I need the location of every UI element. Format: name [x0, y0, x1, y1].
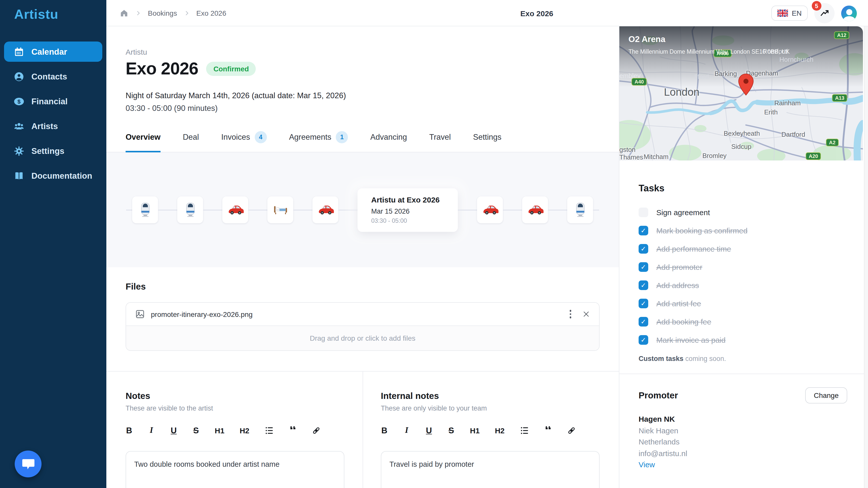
file-name: promoter-itinerary-exo-2026.png [151, 310, 566, 318]
status-badge: Confirmed [206, 62, 256, 76]
agreements-count-badge: 1 [336, 131, 348, 143]
car-icon[interactable] [522, 196, 548, 223]
files-card: promoter-itinerary-exo-2026.png Drag and… [126, 302, 599, 351]
link-icon[interactable] [567, 425, 577, 435]
internal-notes-input[interactable]: Travel is paid by promoter [381, 451, 599, 488]
ordered-list-icon[interactable] [520, 425, 529, 435]
bold-button[interactable]: B [381, 425, 388, 435]
task-row: Mark invoice as paid [639, 334, 845, 345]
car-icon[interactable] [222, 196, 248, 223]
file-menu-icon[interactable] [566, 307, 574, 321]
sidebar-item-financial[interactable]: $ Financial [4, 91, 102, 111]
task-checkbox[interactable] [639, 280, 648, 290]
tab-overview[interactable]: Overview [126, 131, 160, 152]
task-list: Sign agreement Mark booking as confirmed… [639, 206, 845, 345]
italic-button[interactable]: I [148, 425, 155, 435]
sidebar-item-documentation[interactable]: Documentation [4, 166, 102, 186]
link-icon[interactable] [312, 425, 321, 435]
view-promoter-link[interactable]: View [639, 459, 847, 470]
file-row[interactable]: promoter-itinerary-exo-2026.png [126, 303, 599, 326]
bed-icon[interactable] [268, 196, 293, 223]
gear-icon [14, 145, 24, 156]
notes-input[interactable]: Two double rooms booked under artist nam… [126, 451, 344, 488]
task-row: Mark booking as confirmed [639, 225, 845, 236]
bold-button[interactable]: B [126, 425, 133, 435]
right-panel: London embley Ilford Romford Hornchurch … [619, 26, 864, 488]
tab-advancing[interactable]: Advancing [370, 131, 407, 152]
car-icon[interactable] [477, 196, 503, 223]
map-label: Mitcham [644, 153, 669, 160]
train-icon[interactable] [177, 196, 203, 223]
booking-tabs: Overview Deal Invoices4 Agreements1 Adva… [106, 131, 619, 152]
timeline-event-card[interactable]: Artistu at Exo 2026 Mar 15 2026 03:30 - … [358, 188, 458, 232]
file-remove-icon[interactable] [582, 310, 590, 318]
map-label: London [664, 86, 700, 98]
breadcrumb-bookings[interactable]: Bookings [148, 9, 177, 17]
chat-button[interactable] [15, 451, 41, 477]
tab-deal[interactable]: Deal [183, 131, 199, 152]
train-icon[interactable] [567, 196, 593, 223]
tab-agreements[interactable]: Agreements1 [289, 131, 348, 152]
top-header: Bookings Exo 2026 Exo 2026 EN 5 [106, 0, 868, 26]
heading1-button[interactable]: H1 [215, 426, 224, 434]
task-checkbox[interactable] [639, 262, 648, 271]
scrollbar[interactable] [864, 26, 868, 488]
strikethrough-button[interactable]: S [192, 425, 199, 435]
map-label: Hornchurch [779, 56, 813, 63]
tasks-section: Tasks Sign agreement Mark booking as con… [619, 160, 864, 362]
tab-travel[interactable]: Travel [429, 131, 451, 152]
change-promoter-button[interactable]: Change [805, 387, 847, 403]
language-selector[interactable]: EN [771, 6, 808, 21]
sidebar: Artistu Calendar Contacts $ Financial [0, 0, 106, 488]
strikethrough-button[interactable]: S [448, 425, 455, 435]
road-badge: A40 [631, 78, 647, 86]
venue-overlay: O2 Arena The Millennium Dome Millennium … [628, 34, 790, 55]
tab-settings[interactable]: Settings [473, 131, 501, 152]
ordered-list-icon[interactable] [265, 425, 274, 435]
task-checkbox[interactable] [639, 244, 648, 253]
road-badge: A12 [834, 31, 849, 39]
sidebar-item-artists[interactable]: Artists [4, 116, 102, 136]
header-actions: EN 5 [771, 0, 857, 26]
book-icon [14, 170, 24, 181]
italic-button[interactable]: I [403, 425, 410, 435]
sidebar-item-contacts[interactable]: Contacts [4, 66, 102, 87]
file-dropzone[interactable]: Drag and drop or click to add files [126, 326, 599, 350]
task-checkbox[interactable] [639, 207, 648, 217]
blockquote-button[interactable]: “ [545, 426, 552, 434]
home-icon[interactable] [120, 9, 129, 18]
promoter-email: info@artistu.nl [639, 448, 847, 459]
tab-invoices[interactable]: Invoices4 [221, 131, 267, 152]
task-checkbox[interactable] [639, 335, 648, 345]
activity-button[interactable]: 5 [814, 3, 835, 23]
sidebar-item-label: Documentation [31, 171, 92, 181]
sidebar-item-calendar[interactable]: Calendar [4, 41, 102, 62]
underline-button[interactable]: U [425, 425, 432, 435]
event-time: 03:30 - 05:00 [371, 217, 458, 224]
underline-button[interactable]: U [170, 425, 177, 435]
sidebar-item-settings[interactable]: Settings [4, 141, 102, 161]
train-icon[interactable] [132, 196, 158, 223]
svg-text:$: $ [18, 98, 21, 104]
heading2-button[interactable]: H2 [495, 426, 504, 434]
invoices-count-badge: 4 [254, 131, 267, 143]
car-icon[interactable] [312, 196, 338, 223]
map-label: Rainham [774, 99, 801, 107]
venue-map[interactable]: London embley Ilford Romford Hornchurch … [619, 26, 863, 160]
map-label: Bexleyheath [724, 130, 760, 137]
heading2-button[interactable]: H2 [240, 426, 249, 434]
breadcrumb-current: Exo 2026 [196, 9, 226, 17]
user-avatar[interactable] [841, 5, 857, 21]
app-logo[interactable]: Artistu [0, 0, 106, 22]
blockquote-button[interactable]: “ [289, 426, 297, 434]
task-checkbox[interactable] [639, 226, 648, 235]
task-checkbox[interactable] [639, 317, 648, 326]
task-checkbox[interactable] [639, 298, 648, 308]
main-content: Artistu Exo 2026 Confirmed Night of Satu… [106, 26, 619, 488]
heading1-button[interactable]: H1 [470, 426, 479, 434]
promoter-country: Netherlands [639, 436, 847, 448]
tasks-heading: Tasks [639, 183, 845, 194]
notes-toolbar: B I U S H1 H2 “ [126, 425, 363, 435]
internal-notes-heading: Internal notes [381, 391, 619, 401]
task-row: Add artist fee [639, 298, 845, 309]
